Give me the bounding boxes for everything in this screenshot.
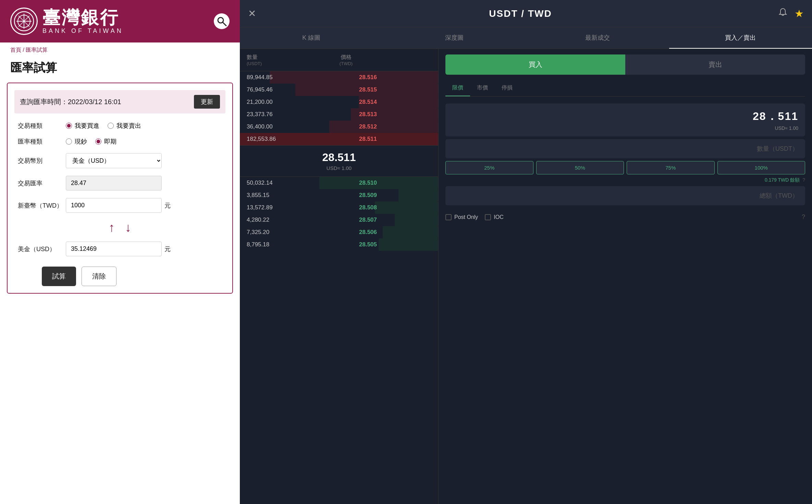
breadcrumb-separator: / [23,47,26,53]
post-only-checkbox[interactable] [445,214,452,220]
tab-limit-order[interactable]: 限價 [445,80,470,96]
trade-main: 數量 (USDT) 價格 (TWD) 89,944.85 28.516 76,9 [240,49,812,504]
breadcrumb: 首頁 / 匯率試算 [0,42,240,58]
price-sub: USD≈ 1.00 [452,125,798,131]
radio-sell-label[interactable]: 我要賣出 [108,122,141,130]
logo-circle [10,8,38,35]
ob-qty-header: 數量 (USDT) [247,54,315,66]
total-input-field[interactable]: 總額（TWD） [445,186,805,205]
trade-options-row: Post Only IOC ? [445,213,805,221]
price-value: 28．511 [452,109,798,124]
radio-cash-text: 現鈔 [75,137,87,146]
breadcrumb-current: 匯率試算 [26,47,48,53]
query-time-label: 查詢匯率時間：2022/03/12 16:01 [20,97,121,107]
twd-row: 新臺幣（TWD） 元 [14,198,225,213]
radio-sell-input[interactable] [108,123,114,129]
rate-input [66,176,162,190]
twd-label: 新臺幣（TWD） [18,201,66,210]
right-panel: ✕ USDT / TWD ★ K 線圖 深度圖 最新成交 買入／賣出 [240,0,812,504]
currency-select[interactable]: 美金（USD） [66,153,162,168]
radio-spot-input[interactable] [95,138,101,145]
clear-button[interactable]: 清除 [82,267,116,286]
tab-market-order[interactable]: 市價 [470,80,495,96]
search-icon[interactable] [214,13,230,29]
transaction-type-label: 交易種類 [18,122,66,130]
ob-ask-rows: 89,944.85 28.516 76,945.46 28.515 21,200… [240,71,438,504]
table-row[interactable]: 76,945.46 28.515 [240,84,438,96]
twd-input[interactable] [66,198,162,213]
usd-input[interactable] [66,242,162,256]
arrow-down-icon[interactable]: ↓ [125,220,131,235]
star-icon[interactable]: ★ [795,8,804,20]
logo-area: 臺灣銀行 BANK OF TAIWAN [10,8,123,35]
transaction-type-radio-group: 我要買進 我要賣出 [66,122,141,130]
radio-cash-label[interactable]: 現鈔 [66,137,87,146]
price-display[interactable]: 28．511 USD≈ 1.00 [445,103,805,136]
transaction-type-row: 交易種類 我要買進 我要賣出 [14,122,225,130]
pct-50-button[interactable]: 50% [536,161,624,174]
tab-k-chart[interactable]: K 線圖 [240,27,383,49]
pct-25-button[interactable]: 25% [445,161,533,174]
update-button[interactable]: 更新 [194,95,220,109]
rate-type-radio-group: 現鈔 即期 [66,137,116,146]
currency-row: 交易幣別 美金（USD） [14,153,225,168]
post-only-item: Post Only [445,214,478,220]
radio-spot-label[interactable]: 即期 [95,137,116,146]
table-row[interactable]: 8,795.18 28.505 [240,238,438,251]
bell-icon[interactable] [778,8,788,20]
post-only-label: Post Only [454,214,478,220]
svg-line-7 [223,22,226,26]
radio-buy-label[interactable]: 我要買進 [66,122,99,130]
close-icon[interactable]: ✕ [248,8,256,19]
table-row[interactable]: 7,325.20 28.506 [240,226,438,238]
header-icons: ★ [778,8,804,20]
sell-tab[interactable]: 賣出 [625,54,805,75]
tab-recent-trades[interactable]: 最新成交 [526,27,669,49]
calc-button[interactable]: 試算 [42,267,76,286]
table-row[interactable]: 3,855.15 28.509 [240,189,438,201]
trade-right-panel: 買入 賣出 限價 市價 停損 28．511 USD≈ 1.00 [439,49,812,504]
buy-tab[interactable]: 買入 [445,54,625,75]
trade-title: USDT / TWD [263,8,778,19]
table-row[interactable]: 4,280.22 28.507 [240,214,438,226]
logo-text: 臺灣銀行 BANK OF TAIWAN [42,8,123,35]
table-row[interactable]: 50,032.14 28.510 [240,177,438,189]
orderbook: 數量 (USDT) 價格 (TWD) 89,944.85 28.516 76,9 [240,49,439,504]
pct-buttons-row: 25% 50% 75% 100% [445,161,805,174]
table-row[interactable]: 36,400.00 28.512 [240,121,438,133]
options-help-icon[interactable]: ? [802,213,805,221]
table-row[interactable]: 182,553.86 28.511 [240,133,438,145]
ioc-label: IOC [494,214,503,220]
logo-english: BANK OF TAIWAN [42,27,123,35]
total-placeholder: 總額（TWD） [760,192,798,199]
rate-row: 交易匯率 [14,176,225,190]
radio-buy-input[interactable] [66,123,72,129]
table-row[interactable]: 13,572.89 28.508 [240,201,438,214]
tab-stop-order[interactable]: 停損 [495,80,519,96]
radio-cash-input[interactable] [66,138,72,145]
page-title: 匯率試算 [0,58,240,83]
qty-input-field[interactable]: 數量（USDT） [445,139,805,158]
usd-unit: 元 [164,245,171,253]
currency-label: 交易幣別 [18,157,66,165]
left-panel: 臺灣銀行 BANK OF TAIWAN 首頁 / 匯率試算 匯率試算 查詢匯率時… [0,0,240,504]
ioc-checkbox[interactable] [485,214,491,220]
usd-row: 美金（USD） 元 [14,242,225,256]
ioc-item: IOC [485,214,503,220]
order-type-tabs: 限價 市價 停損 [445,80,805,97]
pct-100-button[interactable]: 100% [717,161,805,174]
table-row[interactable]: 23,373.76 28.513 [240,108,438,121]
tab-depth-chart[interactable]: 深度圖 [383,27,526,49]
trade-header: ✕ USDT / TWD ★ [240,0,812,27]
rate-type-label: 匯率種類 [18,137,66,146]
arrow-up-icon[interactable]: ↑ [109,220,115,235]
tab-buy-sell[interactable]: 買入／賣出 [669,27,812,49]
table-row[interactable]: 21,200.00 28.514 [240,96,438,108]
table-row[interactable]: 89,944.85 28.516 [240,71,438,84]
pct-75-button[interactable]: 75% [627,161,715,174]
rate-label: 交易匯率 [18,179,66,187]
balance-help-icon[interactable]: ? [802,177,805,183]
breadcrumb-home[interactable]: 首頁 [10,47,21,53]
ob-price-header: 價格 (TWD) [315,54,377,66]
buy-sell-tabs: 買入 賣出 [445,54,805,75]
